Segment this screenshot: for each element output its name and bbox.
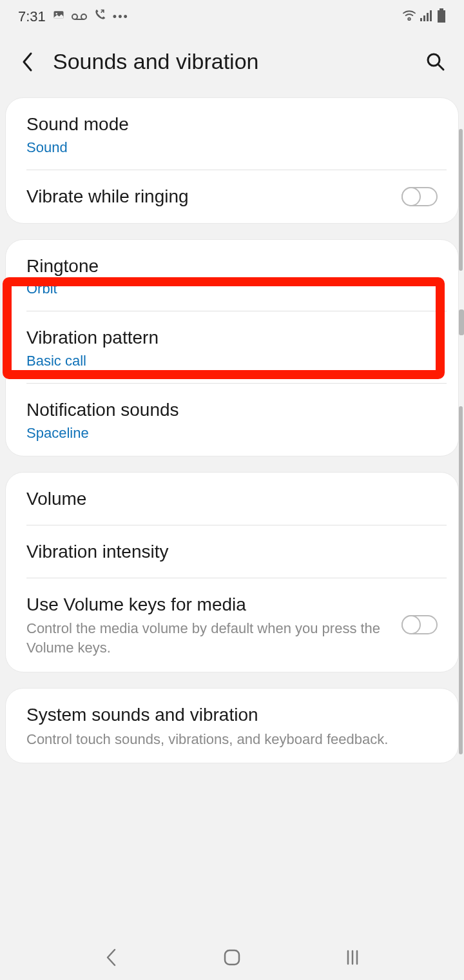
- setting-title: Vibration pattern: [26, 326, 438, 350]
- status-time: 7:31: [18, 8, 46, 25]
- nav-back-button[interactable]: [99, 945, 124, 970]
- setting-system-sounds[interactable]: System sounds and vibration Control touc…: [6, 689, 458, 763]
- svg-rect-9: [440, 8, 443, 10]
- chevron-left-icon: [21, 51, 35, 73]
- setting-vibration-pattern[interactable]: Vibration pattern Basic call: [6, 311, 458, 384]
- setting-notification-sounds[interactable]: Notification sounds Spaceline: [6, 384, 458, 456]
- svg-line-12: [438, 64, 443, 70]
- settings-content: Sound mode Sound Vibrate while ringing R…: [0, 97, 464, 763]
- battery-icon: [437, 8, 446, 25]
- wifi-icon: [402, 10, 416, 24]
- svg-rect-7: [427, 13, 429, 21]
- picture-icon: [52, 8, 65, 25]
- svg-point-2: [72, 14, 77, 19]
- navigation-bar: [0, 935, 464, 980]
- home-icon: [223, 948, 241, 966]
- search-button[interactable]: [425, 52, 446, 72]
- setting-title: Vibration intensity: [26, 540, 438, 564]
- chevron-left-icon: [105, 948, 118, 967]
- scroll-indicator: [459, 309, 464, 335]
- setting-title: Sound mode: [26, 112, 438, 137]
- scroll-indicator: [459, 129, 463, 271]
- page-header: Sounds and vibration: [0, 31, 464, 97]
- signal-icon: [420, 10, 433, 24]
- svg-rect-10: [438, 10, 445, 23]
- toggle-switch[interactable]: [401, 187, 438, 206]
- status-left: 7:31 •••: [18, 8, 129, 25]
- setting-title: Volume: [26, 487, 438, 511]
- setting-title: Vibrate while ringing: [26, 184, 389, 209]
- voicemail-icon: [72, 8, 87, 25]
- recents-icon: [344, 949, 361, 966]
- nav-recents-button[interactable]: [340, 945, 365, 970]
- setting-subtitle: Orbit: [26, 280, 438, 297]
- status-bar: 7:31 •••: [0, 0, 464, 31]
- setting-description: Control touch sounds, vibrations, and ke…: [26, 730, 438, 749]
- more-icon: •••: [113, 10, 129, 24]
- call-forward-icon: [93, 8, 106, 25]
- back-button[interactable]: [18, 52, 37, 72]
- settings-group: System sounds and vibration Control touc…: [5, 688, 459, 763]
- setting-vibration-intensity[interactable]: Vibration intensity: [6, 525, 458, 578]
- settings-group: Sound mode Sound Vibrate while ringing: [5, 97, 459, 224]
- setting-title: Notification sounds: [26, 398, 438, 422]
- setting-title: Use Volume keys for media: [26, 593, 389, 617]
- search-icon: [426, 52, 445, 72]
- setting-subtitle: Sound: [26, 139, 438, 156]
- setting-ringtone[interactable]: Ringtone Orbit: [6, 240, 458, 312]
- svg-rect-5: [420, 18, 422, 21]
- settings-group: Ringtone Orbit Vibration pattern Basic c…: [5, 239, 459, 456]
- scroll-indicator: [459, 406, 463, 754]
- svg-rect-6: [423, 15, 425, 21]
- setting-vibrate-while-ringing[interactable]: Vibrate while ringing: [6, 170, 458, 223]
- setting-subtitle: Basic call: [26, 353, 438, 369]
- svg-rect-13: [225, 950, 239, 965]
- svg-rect-8: [430, 10, 432, 21]
- svg-point-3: [81, 14, 86, 19]
- settings-group: Volume Vibration intensity Use Volume ke…: [5, 472, 459, 672]
- setting-volume-keys-media[interactable]: Use Volume keys for media Control the me…: [6, 578, 458, 672]
- toggle-switch[interactable]: [401, 615, 438, 634]
- setting-sound-mode[interactable]: Sound mode Sound: [6, 98, 458, 170]
- setting-title: Ringtone: [26, 254, 438, 279]
- nav-home-button[interactable]: [219, 945, 245, 970]
- setting-subtitle: Spaceline: [26, 425, 438, 442]
- page-title: Sounds and vibration: [53, 49, 410, 74]
- setting-volume[interactable]: Volume: [6, 473, 458, 525]
- svg-point-1: [55, 13, 57, 14]
- setting-description: Control the media volume by default when…: [26, 619, 389, 657]
- setting-title: System sounds and vibration: [26, 703, 438, 727]
- status-right: [402, 8, 446, 25]
